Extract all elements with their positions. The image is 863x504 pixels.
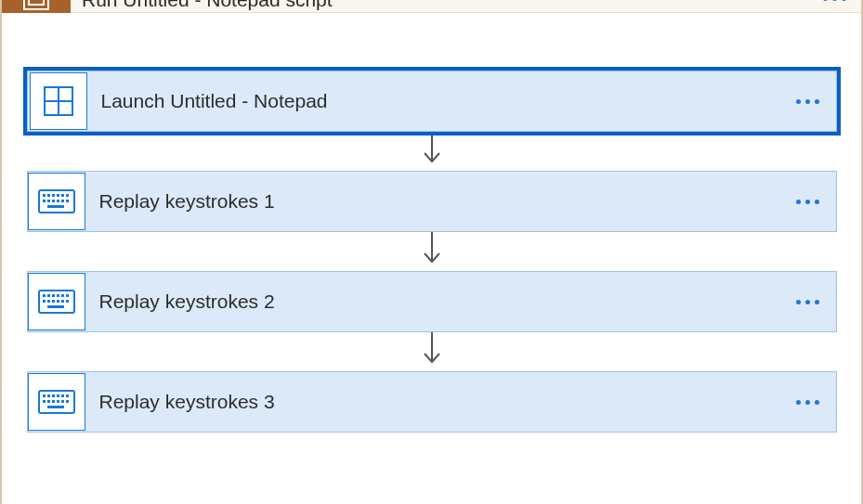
svg-rect-46	[57, 400, 59, 403]
step-replay-3[interactable]: Replay keystrokes 3	[27, 371, 837, 433]
step-label: Replay keystrokes 2	[99, 291, 275, 313]
steps-list: Launch Untitled - Notepad	[2, 13, 861, 433]
step-label: Replay keystrokes 3	[99, 391, 275, 413]
svg-rect-16	[57, 200, 59, 202]
keyboard-icon	[28, 173, 85, 230]
svg-rect-31	[57, 300, 59, 303]
svg-rect-47	[61, 400, 64, 403]
svg-rect-12	[66, 194, 69, 197]
svg-rect-19	[47, 205, 64, 208]
arrow-down-icon	[420, 230, 444, 267]
step-launch[interactable]: Launch Untitled - Notepad	[27, 71, 837, 132]
svg-rect-33	[66, 300, 69, 303]
svg-rect-27	[66, 294, 69, 297]
svg-rect-49	[47, 406, 64, 408]
svg-rect-15	[52, 200, 55, 202]
script-icon	[2, 0, 71, 13]
svg-rect-44	[47, 400, 50, 403]
svg-rect-29	[47, 300, 50, 303]
svg-rect-42	[66, 394, 69, 397]
svg-rect-11	[61, 194, 64, 197]
svg-rect-8	[47, 194, 50, 197]
script-title: Run Untitled - Notepad script	[82, 0, 333, 11]
svg-rect-43	[43, 400, 46, 403]
step-label: Replay keystrokes 1	[99, 190, 275, 213]
svg-rect-26	[61, 294, 64, 297]
arrow-down-icon	[420, 330, 444, 368]
svg-rect-7	[43, 194, 46, 197]
step-replay-1[interactable]: Replay keystrokes 1	[27, 171, 837, 232]
more-icon[interactable]	[796, 99, 819, 104]
svg-rect-17	[61, 200, 64, 202]
more-icon[interactable]	[796, 200, 819, 204]
svg-rect-32	[61, 300, 64, 303]
window-icon	[30, 72, 87, 130]
svg-rect-34	[47, 305, 64, 308]
svg-rect-39	[52, 394, 55, 397]
svg-rect-10	[57, 194, 59, 197]
svg-rect-22	[43, 294, 46, 297]
svg-rect-24	[52, 294, 55, 297]
svg-rect-41	[61, 394, 64, 397]
keyboard-icon	[28, 273, 85, 330]
svg-rect-23	[47, 294, 50, 297]
script-header[interactable]: Run Untitled - Notepad script	[2, 0, 861, 13]
svg-rect-13	[43, 200, 46, 202]
step-label: Launch Untitled - Notepad	[101, 90, 328, 112]
svg-rect-45	[52, 400, 55, 403]
keyboard-icon	[28, 373, 85, 431]
svg-rect-14	[47, 200, 50, 202]
svg-rect-30	[52, 300, 55, 303]
svg-rect-40	[57, 394, 59, 397]
svg-rect-1	[29, 0, 44, 5]
svg-rect-9	[52, 194, 55, 197]
svg-rect-18	[66, 200, 69, 202]
svg-rect-48	[66, 400, 69, 403]
svg-rect-38	[47, 394, 50, 397]
svg-rect-28	[43, 300, 46, 303]
svg-rect-37	[43, 394, 46, 397]
more-icon[interactable]	[796, 300, 819, 304]
more-icon[interactable]	[823, 0, 846, 1]
svg-rect-25	[57, 294, 59, 297]
arrow-down-icon	[420, 130, 444, 167]
step-replay-2[interactable]: Replay keystrokes 2	[27, 271, 837, 332]
more-icon[interactable]	[796, 400, 819, 405]
